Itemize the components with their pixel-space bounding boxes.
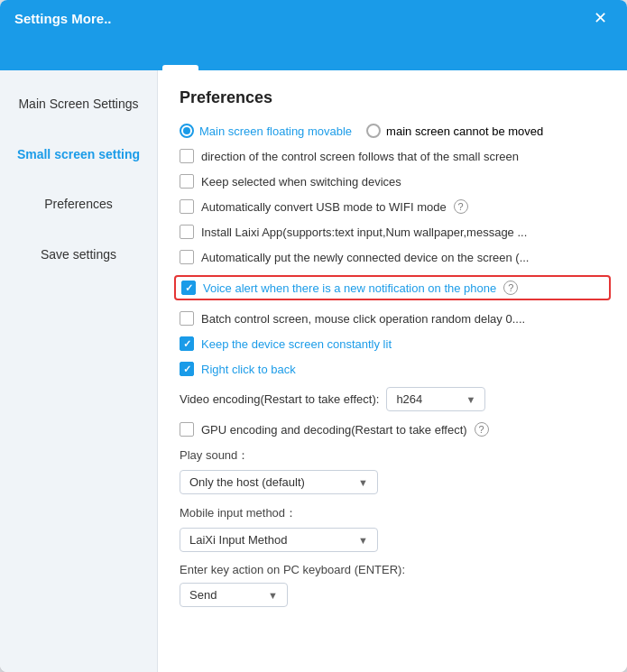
pref-auto-put: Automatically put the newly connected de…	[180, 250, 605, 264]
pref-right-click-back: Right click to back	[180, 362, 605, 376]
cb-auto-put[interactable]	[180, 250, 194, 264]
title-bar: Settings More.. ✕	[0, 0, 627, 36]
pref-usb-wifi: Automatically convert USB mode to WIFI m…	[180, 199, 605, 214]
preferences-content: Preferences Main screen floating movable…	[158, 70, 627, 672]
radio-floating-btn[interactable]	[180, 124, 194, 138]
dropdown-input-value: LaiXi Input Method	[189, 533, 287, 547]
dropdown-play-sound[interactable]: Only the host (default) ▼	[180, 470, 378, 494]
label-install-laixi: Install Laixi App(supports:text input,Nu…	[201, 226, 527, 239]
close-button[interactable]: ✕	[588, 6, 613, 30]
help-voice-alert-icon[interactable]: ?	[503, 281, 518, 295]
dropdown-h264-value: h264	[396, 392, 422, 406]
label-batch-control: Batch control screen, mouse click operat…	[201, 312, 525, 326]
sidebar: Main Screen Settings Small screen settin…	[0, 70, 158, 672]
label-voice-alert: Voice alert when there is a new notifica…	[203, 281, 496, 295]
screen-position-row: Main screen floating movable main screen…	[180, 124, 605, 138]
sidebar-item-small-screen[interactable]: Small screen setting	[0, 130, 157, 180]
cb-keep-lit[interactable]	[180, 336, 194, 351]
sidebar-item-preferences[interactable]: Preferences	[0, 180, 157, 230]
help-gpu-icon[interactable]: ?	[475, 422, 489, 437]
cb-usb-wifi[interactable]	[180, 199, 194, 214]
cb-right-click-back[interactable]	[180, 362, 194, 376]
pref-keep-lit: Keep the device screen constantly lit	[180, 336, 605, 351]
dropdown-mobile-input[interactable]: LaiXi Input Method ▼	[180, 528, 378, 552]
sidebar-item-save-settings[interactable]: Save settings	[0, 230, 157, 281]
pref-voice-alert: Voice alert when there is a new notifica…	[174, 275, 611, 300]
chevron-down-icon-enter: ▼	[268, 590, 278, 601]
label-usb-wifi: Automatically convert USB mode to WIFI m…	[201, 200, 447, 214]
window-title: Settings More..	[14, 11, 112, 26]
label-video-encoding: Video encoding(Restart to take effect):	[180, 392, 379, 406]
radio-fixed-label: main screen cannot be moved	[386, 124, 543, 138]
pref-keep-selected: Keep selected when switching devices	[180, 174, 605, 189]
help-usb-wifi-icon[interactable]: ?	[454, 199, 468, 214]
radio-fixed[interactable]: main screen cannot be moved	[366, 124, 543, 138]
cb-batch-control[interactable]	[180, 311, 194, 326]
cb-keep-selected[interactable]	[180, 174, 194, 189]
label-gpu: GPU encoding and decoding(Restart to tak…	[201, 423, 467, 437]
chevron-down-icon-input: ▼	[358, 535, 368, 546]
dropdown-sound-value: Only the host (default)	[189, 475, 305, 489]
cb-gpu[interactable]	[180, 422, 194, 437]
cb-voice-alert[interactable]	[181, 281, 196, 295]
dropdown-enter-value: Send	[189, 588, 217, 602]
settings-window: Settings More.. ✕ Main Screen Settings S…	[0, 0, 627, 672]
radio-floating-label: Main screen floating movable	[199, 124, 352, 138]
tab-bar	[0, 36, 627, 70]
label-keep-lit: Keep the device screen constantly lit	[201, 337, 392, 351]
sidebar-item-main-screen[interactable]: Main Screen Settings	[0, 79, 157, 130]
radio-fixed-btn[interactable]	[366, 124, 381, 138]
body: Main Screen Settings Small screen settin…	[0, 70, 627, 672]
cb-install-laixi[interactable]	[180, 225, 194, 239]
label-direction: direction of the control screen follows …	[201, 150, 519, 163]
pref-batch-control: Batch control screen, mouse click operat…	[180, 311, 605, 326]
pref-gpu: GPU encoding and decoding(Restart to tak…	[180, 422, 605, 437]
label-right-click-back: Right click to back	[201, 363, 296, 376]
label-mobile-input: Mobile input method：	[180, 505, 605, 521]
pref-video-encoding: Video encoding(Restart to take effect): …	[180, 387, 605, 411]
dropdown-video-encoding[interactable]: h264 ▼	[386, 387, 485, 411]
cb-direction[interactable]	[180, 149, 194, 163]
chevron-down-icon-sound: ▼	[358, 477, 368, 488]
label-enter-key: Enter key action on PC keyboard (ENTER):	[180, 563, 605, 576]
pref-install-laixi: Install Laixi App(supports:text input,Nu…	[180, 225, 605, 239]
chevron-down-icon: ▼	[466, 394, 475, 405]
label-play-sound: Play sound：	[180, 447, 605, 464]
pref-direction: direction of the control screen follows …	[180, 149, 605, 163]
label-auto-put: Automatically put the newly connected de…	[201, 251, 529, 264]
label-keep-selected: Keep selected when switching devices	[201, 175, 401, 189]
section-title: Preferences	[180, 88, 605, 107]
radio-floating[interactable]: Main screen floating movable	[180, 124, 352, 138]
dropdown-enter-key[interactable]: Send ▼	[180, 583, 288, 607]
